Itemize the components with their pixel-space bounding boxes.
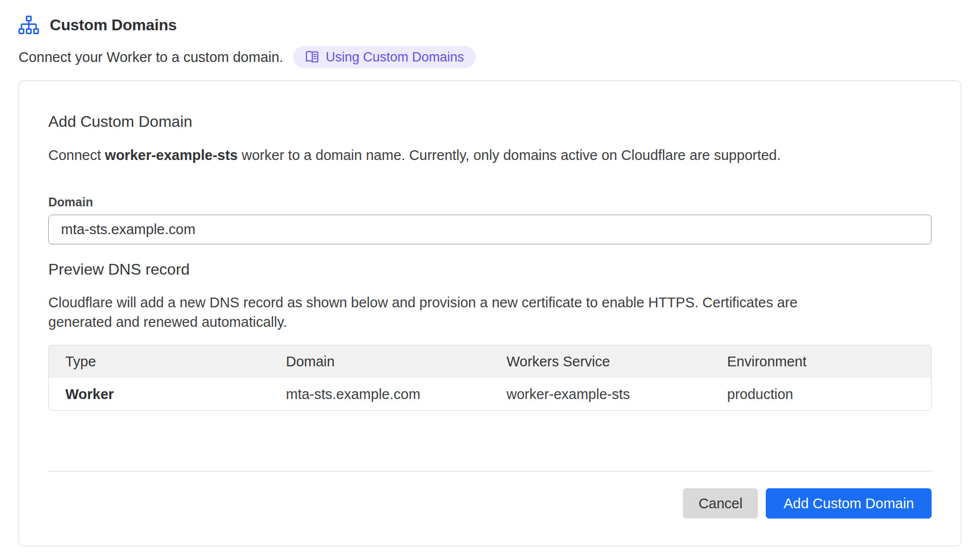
preview-dns-heading: Preview DNS record bbox=[48, 260, 932, 279]
preview-dns-line2: generated and renewed automatically. bbox=[48, 312, 932, 332]
footer-divider bbox=[48, 471, 932, 472]
dns-preview-table: Type Domain Workers Service Environment … bbox=[48, 345, 932, 411]
sitemap-icon bbox=[19, 16, 39, 34]
page-title: Custom Domains bbox=[50, 16, 177, 34]
page-header: Custom Domains bbox=[19, 15, 961, 35]
add-custom-domain-card: Add Custom Domain Connect worker-example… bbox=[19, 80, 961, 546]
column-header-type: Type bbox=[49, 345, 269, 378]
card-heading: Add Custom Domain bbox=[48, 112, 932, 131]
column-header-workers-service: Workers Service bbox=[490, 345, 711, 378]
table-header: Type Domain Workers Service Environment bbox=[49, 345, 931, 378]
table-row: Worker mta-sts.example.com worker-exampl… bbox=[49, 378, 931, 410]
cancel-button[interactable]: Cancel bbox=[683, 488, 758, 519]
intro-prefix: Connect bbox=[48, 147, 105, 163]
preview-dns-line1: Cloudflare will add a new DNS record as … bbox=[48, 293, 932, 312]
cell-domain: mta-sts.example.com bbox=[269, 378, 490, 410]
column-header-domain: Domain bbox=[269, 345, 490, 378]
card-intro-text: Connect worker-example-sts worker to a d… bbox=[48, 146, 932, 164]
cell-workers-service: worker-example-sts bbox=[490, 378, 711, 410]
domain-input[interactable] bbox=[48, 215, 932, 244]
page-subtitle-row: Connect your Worker to a custom domain. … bbox=[19, 46, 961, 68]
card-actions: Cancel Add Custom Domain bbox=[48, 488, 932, 519]
custom-domains-page: Custom Domains Connect your Worker to a … bbox=[0, 0, 975, 546]
add-custom-domain-button[interactable]: Add Custom Domain bbox=[766, 488, 932, 519]
preview-dns-description: Cloudflare will add a new DNS record as … bbox=[48, 293, 932, 332]
intro-suffix: worker to a domain name. Currently, only… bbox=[238, 147, 780, 163]
docs-link-using-custom-domains[interactable]: Using Custom Domains bbox=[293, 46, 476, 68]
cell-environment: production bbox=[711, 378, 931, 410]
column-header-environment: Environment bbox=[711, 345, 931, 378]
worker-name: worker-example-sts bbox=[105, 147, 238, 163]
domain-field-label: Domain bbox=[48, 195, 932, 209]
open-book-icon bbox=[305, 50, 319, 64]
cell-type: Worker bbox=[49, 378, 269, 410]
docs-link-label: Using Custom Domains bbox=[326, 50, 464, 65]
page-subtitle: Connect your Worker to a custom domain. bbox=[19, 49, 283, 65]
